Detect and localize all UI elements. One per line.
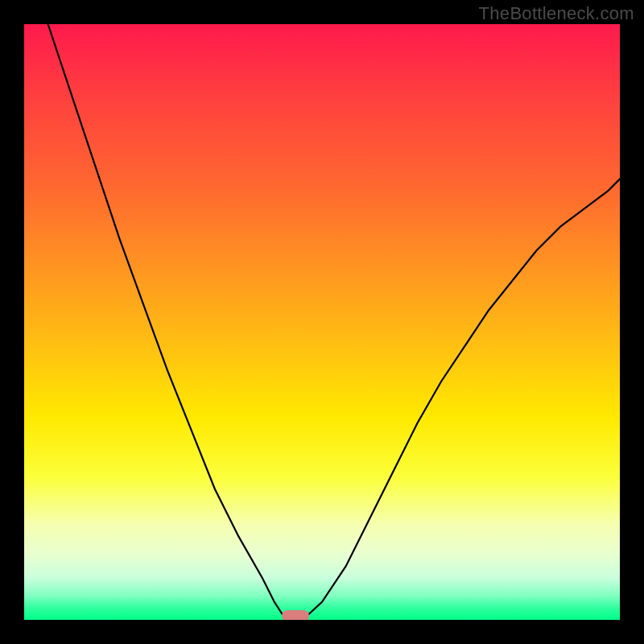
curve-right [308, 179, 621, 615]
curve-left [48, 24, 283, 616]
chart-frame: TheBottleneck.com [0, 0, 644, 644]
watermark-text: TheBottleneck.com [479, 3, 634, 24]
curve-layer [24, 24, 620, 620]
plot-area [24, 24, 620, 620]
bottleneck-marker [282, 610, 309, 620]
